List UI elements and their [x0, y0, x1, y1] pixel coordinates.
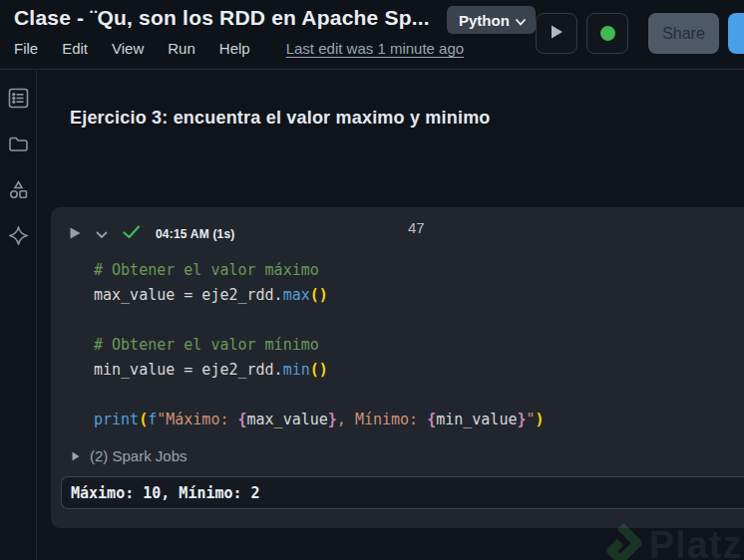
execution-count: 47: [408, 219, 425, 236]
cell-header: 04:15 AM (1s) 47: [51, 207, 744, 244]
folder-icon[interactable]: [8, 134, 29, 154]
cell-run-time: 04:15 AM (1s): [156, 227, 235, 241]
kernel-selector[interactable]: Python: [447, 6, 536, 34]
play-icon: [551, 25, 563, 42]
code-block[interactable]: # Obtener el valor máximomax_value = eje…: [51, 258, 744, 432]
sidebar: [0, 70, 37, 560]
menubar-items: FileEditViewRunHelp: [14, 40, 250, 57]
code-line: # Obtener el valor mínimo: [94, 333, 744, 358]
app-window: Clase - ¨Qu, son los RDD en Apache Sp...…: [0, 0, 744, 560]
menu-edit[interactable]: Edit: [62, 40, 88, 57]
code-line: print(f"Máximo: {max_value}, Mínimo: {mi…: [94, 408, 744, 432]
spark-jobs-label: (2) Spark Jobs: [90, 447, 187, 464]
play-icon: [70, 227, 81, 242]
run-cell-button[interactable]: [70, 227, 81, 242]
success-check-icon: [123, 225, 141, 243]
code-line: min_value = eje2_rdd.min(): [94, 358, 744, 383]
menu-view[interactable]: View: [112, 40, 144, 57]
share-button[interactable]: Share: [648, 13, 719, 54]
code-cell: 04:15 AM (1s) 47 # Obtener el valor máxi…: [51, 207, 744, 528]
notebook-title[interactable]: Clase - ¨Qu, son los RDD en Apache Sp...: [14, 6, 430, 30]
primary-action-button[interactable]: [728, 13, 744, 54]
kernel-label: Python: [459, 12, 510, 29]
run-notebook-button[interactable]: [536, 13, 577, 54]
menubar: FileEditViewRunHelp Last edit was 1 minu…: [14, 40, 464, 57]
menu-run[interactable]: Run: [168, 40, 195, 57]
cell-run-options-button[interactable]: [96, 227, 108, 242]
menu-file[interactable]: File: [14, 40, 38, 57]
green-status-icon: [600, 26, 615, 41]
triangle-right-icon: [72, 447, 80, 464]
chevron-down-icon: [96, 227, 108, 242]
topbar: Clase - ¨Qu, son los RDD en Apache Sp...…: [0, 0, 744, 70]
blocks-icon[interactable]: [8, 179, 29, 200]
machine-status-button[interactable]: [586, 13, 628, 54]
output-text: Máximo: 10, Mínimo: 2: [71, 484, 260, 502]
code-line: [94, 383, 744, 408]
code-line: # Obtener el valor máximo: [94, 258, 744, 283]
contents-list-icon[interactable]: [8, 88, 29, 109]
chevron-down-icon: [516, 12, 526, 29]
last-edit-link[interactable]: Last edit was 1 minute ago: [286, 40, 464, 57]
code-line: [94, 308, 744, 333]
code-line: max_value = eje2_rdd.max(): [94, 283, 744, 308]
cell-output: Máximo: 10, Mínimo: 2: [61, 476, 744, 509]
menu-help[interactable]: Help: [219, 40, 250, 57]
notebook-content: Ejercicio 3: encuentra el valor maximo y…: [37, 70, 744, 560]
section-heading[interactable]: Ejercicio 3: encuentra el valor maximo y…: [70, 108, 491, 129]
sparkle-icon[interactable]: [8, 225, 29, 246]
spark-jobs-toggle[interactable]: (2) Spark Jobs: [51, 444, 744, 466]
